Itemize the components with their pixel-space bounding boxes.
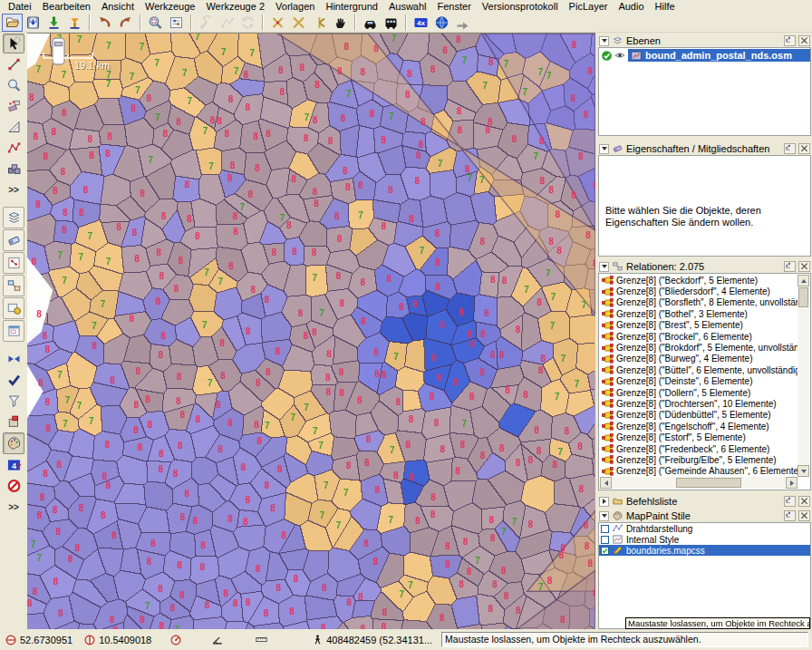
relation-row[interactable]: Grenze[8] ("Dollern", 5 Elemente) <box>600 387 798 398</box>
toolbar-car-button[interactable] <box>360 14 381 32</box>
mappaint-style-row[interactable]: boundaries.mapcss <box>599 545 810 556</box>
tool-zoom-tool-button[interactable] <box>3 75 24 95</box>
toolbar-preferences-button[interactable] <box>166 14 187 32</box>
tool-angle-tool-button[interactable] <box>3 117 24 137</box>
tool-filter-button[interactable] <box>3 391 24 411</box>
checkbox-unchecked[interactable] <box>601 536 609 544</box>
tool-no-entry-button[interactable] <box>3 476 24 496</box>
close-icon[interactable] <box>798 510 810 521</box>
sticky-icon[interactable] <box>784 510 796 521</box>
collapse-icon[interactable] <box>599 144 609 154</box>
menu-piclayer[interactable]: PicLayer <box>564 0 614 13</box>
menu-audio[interactable]: Audio <box>613 0 649 13</box>
relation-hscrollbar[interactable] <box>600 477 798 489</box>
map-view[interactable] <box>27 33 595 629</box>
relation-row[interactable]: Grenze[8] ("Fredenbeck", 6 Elemente) <box>600 443 798 454</box>
toolbar-save-button[interactable] <box>23 14 44 32</box>
checkbox-unchecked[interactable] <box>601 525 609 533</box>
tool-select-button[interactable] <box>3 34 24 53</box>
relation-row[interactable]: Grenze[8] ("Borsfleth", 8 Elemente, unvo… <box>600 297 798 308</box>
toolbar-redo-button[interactable] <box>115 14 136 32</box>
menu-versionsprotokoll[interactable]: Versionsprotokoll <box>477 0 564 13</box>
relation-row[interactable]: Grenze[8] ("Estorf", 5 Elemente) <box>600 432 798 442</box>
relation-row[interactable]: Grenze[8] ("Bliedersdorf", 4 Elemente) <box>600 286 798 296</box>
menu-vorlagen[interactable]: Vorlagen <box>270 0 320 13</box>
close-icon[interactable] <box>798 35 810 46</box>
relation-row[interactable]: Grenze[8] ("Düdenbüttel", 5 Elemente) <box>600 410 798 421</box>
tool-nodelist-panel-button[interactable] <box>3 252 24 274</box>
toolbar-split-way-button[interactable] <box>267 14 288 32</box>
sticky-icon[interactable] <box>784 496 796 507</box>
close-icon[interactable] <box>798 261 810 272</box>
layer-active-check-icon[interactable] <box>601 50 613 62</box>
close-icon[interactable] <box>798 496 810 507</box>
tool-minmax-button[interactable] <box>3 349 24 369</box>
menu-ansicht[interactable]: Ansicht <box>96 0 140 13</box>
tool-way-tool-button[interactable] <box>3 138 24 158</box>
checkbox-checked[interactable] <box>601 547 609 555</box>
mappaint-style-row[interactable]: Drahtdarstellung <box>599 523 810 534</box>
relation-row[interactable]: Grenze[8] ("Burweg", 4 Elemente) <box>600 354 798 364</box>
toolbar-open-button[interactable] <box>2 14 23 32</box>
tool-tags-panel-button[interactable] <box>3 229 24 251</box>
relation-row[interactable]: Grenze[8] ("Freiburg/Elbe", 5 Elemente) <box>600 454 798 465</box>
relation-row[interactable]: Grenze[8] ("Brokdorf", 5 Elemente, unvol… <box>600 342 798 353</box>
tool-mappaint-styles-button[interactable] <box>3 432 24 454</box>
relation-row[interactable]: Grenze[8] ("Deinste", 6 Elemente) <box>600 376 798 387</box>
tool-layers-panel-button[interactable] <box>3 207 24 228</box>
toolbar-upload-button[interactable] <box>64 14 85 32</box>
menu-werkzeuge-2[interactable]: Werkzeuge 2 <box>200 0 270 13</box>
relation-vscrollbar[interactable] <box>798 275 809 477</box>
relation-row[interactable]: Grenze[8] ("Brest", 5 Elemente) <box>600 320 798 331</box>
relation-row[interactable]: Grenze[8] ("Gemeinde Ahausen", 6 Element… <box>600 466 798 477</box>
toolbar-merge-way-button[interactable] <box>288 14 309 32</box>
toolbar-globe-button[interactable] <box>431 14 452 32</box>
menu-auswahl[interactable]: Auswahl <box>383 0 432 13</box>
expand-icon[interactable] <box>599 497 609 507</box>
collapse-icon[interactable] <box>599 36 609 46</box>
map-canvas[interactable] <box>27 34 595 630</box>
toolbar-speed-4x-button[interactable]: 4x <box>411 14 431 32</box>
tool-relations-panel-button[interactable] <box>3 275 24 296</box>
relation-row[interactable]: Grenze[8] ("Drochtersen", 10 Elemente) <box>600 398 798 409</box>
relation-row[interactable]: Grenze[8] ("Brockel", 6 Elemente) <box>600 331 798 342</box>
menu-datei[interactable]: Datei <box>3 0 37 13</box>
toolbar-bus-button[interactable] <box>381 14 401 32</box>
sticky-icon[interactable] <box>784 35 796 46</box>
sticky-icon[interactable] <box>784 261 796 272</box>
relation-row[interactable]: Grenze[8] ("Bothel", 3 Elemente) <box>600 308 798 319</box>
menu-hilfe[interactable]: Hilfe <box>650 0 681 13</box>
menu-hintergrund[interactable]: Hintergrund <box>320 0 382 13</box>
tool-delete-tool-button[interactable] <box>3 96 24 116</box>
tool-more-panels-button[interactable]: >> <box>3 497 24 517</box>
sticky-icon[interactable] <box>784 143 796 154</box>
toolbar-unglue-button[interactable] <box>309 14 330 32</box>
tool-help-42-button[interactable]: 4? <box>3 455 24 475</box>
toolbar-download-button[interactable] <box>44 14 64 32</box>
relation-row[interactable]: Grenze[8] ("Engelschoff", 4 Elemente) <box>600 421 798 432</box>
toolbar-follow-line-button[interactable] <box>452 14 473 32</box>
tool-more-tools-button[interactable]: >> <box>3 179 24 199</box>
tool-draw-node-button[interactable] <box>3 54 24 74</box>
collapse-icon[interactable] <box>599 262 609 272</box>
tool-authors-panel-button[interactable] <box>3 297 24 319</box>
layer-row[interactable]: bound_admin_postal_nds.osm <box>599 49 810 62</box>
menu-werkzeuge[interactable]: Werkzeuge <box>140 0 200 13</box>
menu-fenster[interactable]: Fenster <box>432 0 477 13</box>
tool-changeset-manager-button[interactable] <box>3 412 24 432</box>
layer-visible-eye-icon[interactable] <box>614 50 626 61</box>
relation-list[interactable]: Grenze[8] ("Beckdorf", 5 Elemente)Grenze… <box>600 275 798 477</box>
toolbar-zoom-selection-button[interactable] <box>145 14 166 32</box>
toolbar-pan-hand-button[interactable] <box>330 14 351 32</box>
relation-row[interactable]: Grenze[8] ("Büttel", 6 Elemente, unvolls… <box>600 364 798 375</box>
tool-validator-button[interactable] <box>3 370 24 390</box>
tool-extrude-blocks-button[interactable] <box>3 159 24 179</box>
relation-row[interactable]: Grenze[8] ("Beckdorf", 5 Elemente) <box>600 275 798 286</box>
relation-label: Grenze[8] ("Drochtersen", 10 Elemente) <box>616 399 777 409</box>
menu-bearbeiten[interactable]: Bearbeiten <box>37 0 96 13</box>
toolbar-undo-button[interactable] <box>94 14 115 32</box>
collapse-icon[interactable] <box>599 511 609 521</box>
close-icon[interactable] <box>798 143 810 154</box>
mappaint-style-row[interactable]: Internal Style <box>599 534 810 545</box>
tool-selection-panel-button[interactable] <box>3 320 24 342</box>
